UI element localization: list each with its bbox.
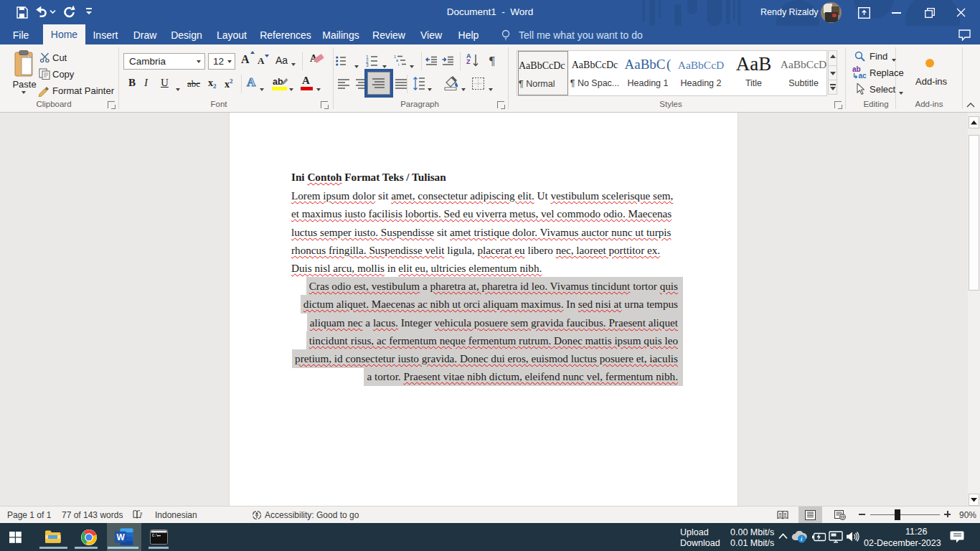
svg-text:W: W	[117, 532, 126, 542]
svg-text:i: i	[398, 62, 399, 67]
svg-text:x: x	[140, 511, 143, 516]
svg-text:3: 3	[366, 62, 369, 67]
